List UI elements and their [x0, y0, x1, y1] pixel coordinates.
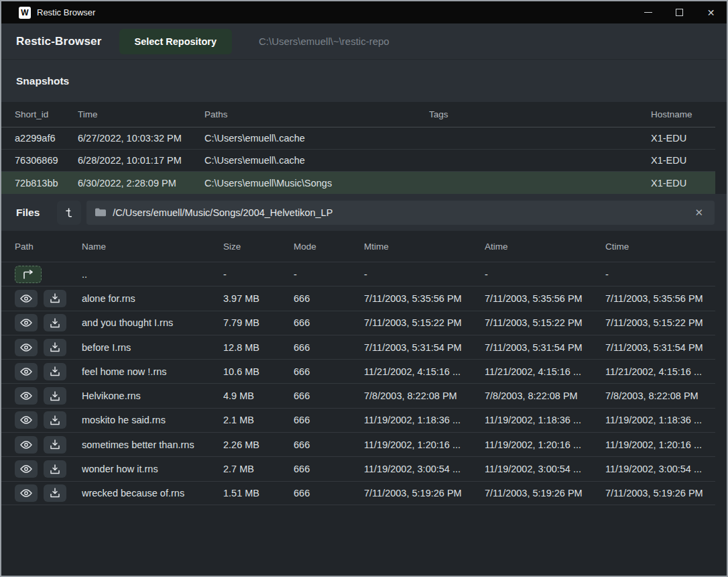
download-file-button[interactable] [44, 484, 66, 502]
file-mode: 666 [294, 390, 364, 401]
download-file-button[interactable] [44, 411, 66, 429]
snapshot-hostname: X1-EDU [651, 155, 715, 166]
column-header-path: Path [15, 242, 82, 252]
download-file-button[interactable] [44, 436, 66, 454]
column-header-atime: Atime [485, 242, 605, 252]
file-name: sometimes better than.rns [82, 439, 223, 450]
preview-file-button[interactable] [15, 339, 38, 356]
snapshot-time: 6/27/2022, 10:03:32 PM [78, 133, 204, 144]
preview-file-button[interactable] [15, 363, 38, 380]
parent-directory-row[interactable]: .. - - - - - [1, 262, 715, 286]
file-row[interactable]: and you thought I.rns 7.79 MB 666 7/11/2… [1, 311, 715, 335]
tree-level-toggle-button[interactable] [57, 201, 81, 225]
file-mtime: 11/19/2002, 1:20:16 ... [364, 439, 485, 450]
file-mode: 666 [294, 317, 364, 328]
file-size: 10.6 MB [223, 366, 294, 377]
folder-icon [95, 208, 106, 217]
file-mode: 666 [294, 488, 364, 499]
files-heading: Files [16, 207, 40, 219]
file-name: .. [82, 269, 223, 280]
file-row[interactable]: feel home now !.rns 10.6 MB 666 11/21/20… [1, 359, 715, 383]
preview-file-button[interactable] [15, 411, 38, 429]
select-repository-button[interactable]: Select Repository [119, 29, 233, 54]
window-controls: ✕ [632, 1, 727, 23]
file-mtime: - [364, 269, 485, 280]
file-name: wonder how it.rns [82, 464, 223, 474]
files-table: Path Name Size Mode Mtime Atime Ctime [1, 231, 727, 505]
go-parent-directory-button[interactable] [15, 266, 42, 283]
file-row[interactable]: sometimes better than.rns 2.26 MB 666 11… [1, 432, 715, 456]
file-atime: 7/11/2003, 5:35:56 PM [485, 293, 605, 304]
download-file-button[interactable] [44, 339, 66, 356]
download-icon [50, 391, 60, 401]
file-row[interactable]: moskito he said.rns 2.1 MB 666 11/19/200… [1, 408, 715, 432]
close-button[interactable]: ✕ [695, 1, 727, 23]
preview-file-button[interactable] [15, 387, 38, 405]
snapshot-row-selected[interactable]: 72b813bb 6/30/2022, 2:28:09 PM C:\Users\… [1, 172, 715, 194]
clear-path-button[interactable]: ✕ [692, 205, 706, 220]
eye-icon [20, 441, 32, 449]
file-atime: 7/11/2003, 5:31:54 PM [485, 342, 605, 353]
preview-file-button[interactable] [15, 484, 38, 502]
eye-icon [20, 295, 32, 303]
window-title: Restic Browser [37, 7, 95, 17]
snapshots-heading: Snapshots [16, 75, 69, 87]
file-atime: 7/8/2003, 8:22:08 PM [485, 390, 605, 401]
snapshot-row[interactable]: a2299af6 6/27/2022, 10:03:32 PM C:\Users… [1, 127, 715, 150]
file-size: 3.97 MB [223, 293, 294, 304]
file-atime: 7/11/2003, 5:15:22 PM [485, 317, 605, 328]
eye-icon [20, 489, 32, 497]
file-row[interactable]: before I.rns 12.8 MB 666 7/11/2003, 5:31… [1, 335, 715, 359]
file-mode: - [294, 269, 364, 280]
download-icon [50, 293, 60, 303]
snapshot-short-id: 76306869 [15, 155, 78, 166]
file-size: 12.8 MB [223, 342, 294, 353]
file-row[interactable]: wrecked because of.rns 1.51 MB 666 7/11/… [1, 481, 715, 505]
file-mode: 666 [294, 342, 364, 353]
app-header: Restic-Browser Select Repository C:\User… [1, 23, 727, 59]
preview-file-button[interactable] [15, 290, 38, 307]
file-mtime: 7/8/2003, 8:22:08 PM [364, 390, 485, 401]
eye-icon [20, 416, 32, 424]
files-section-header: Files /C/Users/emuell/Music/Songs/2004_H… [1, 194, 727, 231]
file-size: 1.51 MB [223, 488, 294, 499]
file-mtime: 11/19/2002, 3:00:54 ... [364, 464, 485, 474]
preview-file-button[interactable] [15, 314, 38, 331]
maximize-icon [676, 9, 683, 16]
maximize-button[interactable] [664, 1, 695, 23]
snapshot-paths: C:\Users\emuell\.cache [204, 155, 429, 166]
minimize-button[interactable] [632, 1, 664, 23]
file-atime: 7/11/2003, 5:19:26 PM [485, 488, 605, 499]
app-title: Restic-Browser [16, 35, 102, 48]
eye-icon [20, 392, 32, 400]
preview-file-button[interactable] [15, 460, 38, 478]
preview-file-button[interactable] [15, 436, 38, 454]
download-file-button[interactable] [44, 460, 66, 478]
return-arrow-icon [21, 270, 35, 279]
file-row[interactable]: Helvikone.rns 4.9 MB 666 7/8/2003, 8:22:… [1, 383, 715, 407]
file-mtime: 11/21/2002, 4:15:16 ... [364, 366, 485, 377]
file-row[interactable]: alone for.rns 3.97 MB 666 7/11/2003, 5:3… [1, 286, 715, 310]
file-ctime: 7/8/2003, 8:22:08 PM [605, 390, 715, 401]
download-file-button[interactable] [44, 363, 66, 380]
file-row[interactable]: wonder how it.rns 2.7 MB 666 11/19/2002,… [1, 456, 715, 480]
file-ctime: 11/21/2002, 4:15:16 ... [605, 366, 715, 377]
file-name: and you thought I.rns [82, 317, 223, 328]
current-path-bar[interactable]: /C/Users/emuell/Music/Songs/2004_Helveti… [86, 201, 715, 225]
column-header-mtime: Mtime [364, 242, 485, 252]
download-file-button[interactable] [44, 290, 66, 307]
download-file-button[interactable] [44, 387, 66, 405]
snapshot-row[interactable]: 76306869 6/28/2022, 10:01:17 PM C:\Users… [1, 150, 715, 172]
download-file-button[interactable] [44, 314, 66, 331]
file-mode: 666 [294, 366, 364, 377]
column-header-short-id: Short_id [15, 109, 78, 119]
close-icon: ✕ [707, 7, 715, 18]
file-atime: 11/19/2002, 1:20:16 ... [485, 439, 605, 450]
eye-icon [20, 344, 32, 352]
download-icon [50, 488, 60, 498]
download-icon [50, 439, 60, 450]
file-size: 2.1 MB [223, 415, 294, 425]
column-header-name: Name [82, 242, 223, 252]
file-mode: 666 [294, 439, 364, 450]
eye-icon [20, 368, 32, 376]
